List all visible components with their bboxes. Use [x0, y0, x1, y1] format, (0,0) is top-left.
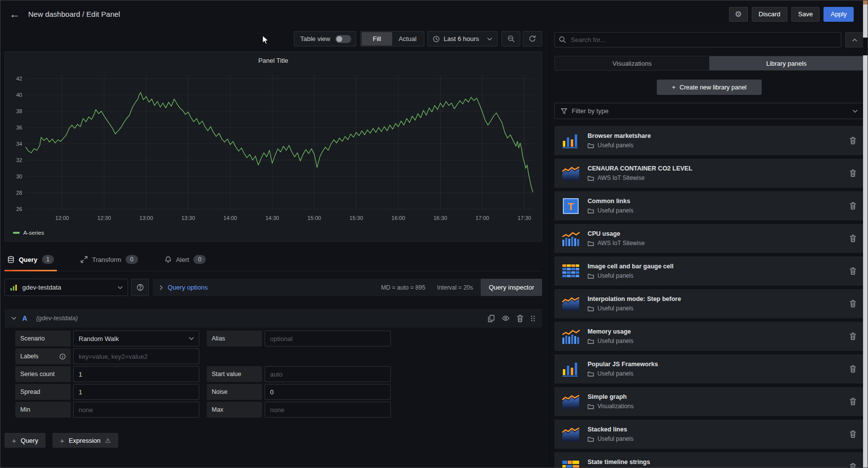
- discard-button[interactable]: Discard: [752, 7, 787, 22]
- table-view-control: Table view: [294, 31, 356, 46]
- datasource-help-button[interactable]: [131, 279, 149, 296]
- drag-query-handle[interactable]: [531, 315, 535, 322]
- library-panel-name: Image cell and bar gauge cell: [588, 263, 674, 270]
- grafana-edit-panel: ← New dashboard / Edit Panel ⚙ Discard S…: [0, 0, 868, 468]
- spread-label: Spread: [15, 384, 71, 400]
- search-input[interactable]: [554, 32, 841, 47]
- database-icon: [7, 256, 14, 263]
- library-panel-item[interactable]: Image cell and bar gauge cell Useful pan…: [554, 256, 864, 286]
- scenario-select[interactable]: Random Walk: [73, 331, 199, 346]
- eye-icon: [502, 315, 509, 321]
- spread-input[interactable]: [73, 384, 199, 400]
- library-panel-item[interactable]: Simple graph Visualizations: [554, 387, 864, 416]
- series-count-input[interactable]: [73, 366, 199, 382]
- noise-input[interactable]: [265, 384, 391, 400]
- query-row-header[interactable]: A (gdev-testdata): [4, 309, 542, 328]
- zoom-out-icon: [507, 35, 515, 43]
- tab-library-panels[interactable]: Library panels: [709, 56, 864, 70]
- library-panel-item[interactable]: Stacked lines Useful panels: [554, 420, 864, 449]
- window-scrollbar[interactable]: [863, 0, 868, 468]
- delete-library-panel-button[interactable]: [850, 267, 856, 275]
- trash-icon: [850, 170, 856, 177]
- trash-icon: [850, 398, 856, 405]
- library-panel-folder: Useful panels: [597, 272, 634, 279]
- delete-query-button[interactable]: [517, 315, 523, 322]
- library-panel-item[interactable]: T Common links Useful panels: [554, 191, 864, 220]
- delete-library-panel-button[interactable]: [850, 202, 856, 210]
- delete-library-panel-button[interactable]: [850, 137, 856, 144]
- library-panel-item[interactable]: Browser marketshare Useful panels: [554, 126, 864, 155]
- svg-text:13:00: 13:00: [139, 215, 153, 221]
- library-panel-item[interactable]: Memory usage Useful panels: [554, 322, 864, 351]
- svg-text:38: 38: [16, 108, 22, 114]
- tab-alert[interactable]: Alert 0: [162, 250, 209, 271]
- apply-button[interactable]: Apply: [823, 7, 854, 22]
- table-view-toggle[interactable]: [335, 35, 351, 43]
- zoom-out-button[interactable]: [502, 31, 520, 46]
- folder-icon: [588, 371, 594, 377]
- transform-count-badge: 0: [126, 255, 138, 264]
- search-icon: [559, 36, 566, 43]
- svg-text:15:00: 15:00: [308, 215, 321, 221]
- filter-by-type-select[interactable]: Filter by type: [554, 103, 864, 119]
- query-options-toggle[interactable]: Query options: [168, 284, 208, 291]
- add-expression-button[interactable]: + Expression ⚠: [52, 433, 118, 448]
- create-library-panel-button[interactable]: + Create new library panel: [657, 80, 762, 95]
- panel-settings-button[interactable]: ⚙: [729, 7, 748, 22]
- delete-library-panel-button[interactable]: [850, 463, 856, 468]
- tab-query[interactable]: Query 1: [4, 250, 57, 271]
- library-panel-item[interactable]: CPU usage AWS IoT Sitewise: [554, 224, 864, 253]
- folder-icon: [588, 241, 594, 246]
- refresh-icon: [529, 35, 536, 43]
- datasource-picker[interactable]: gdev-testdata: [4, 279, 128, 296]
- min-input[interactable]: [73, 402, 199, 418]
- max-input[interactable]: [265, 402, 391, 418]
- folder-icon: [588, 273, 594, 279]
- chevron-down-icon: [118, 286, 123, 289]
- top-header: ← New dashboard / Edit Panel ⚙ Discard S…: [0, 0, 868, 28]
- tab-transform[interactable]: Transform 0: [78, 250, 140, 271]
- delete-library-panel-button[interactable]: [850, 398, 856, 405]
- labels-input[interactable]: [73, 348, 199, 364]
- library-panel-name: Interpolation mode: Step before: [588, 296, 681, 302]
- toggle-query-visibility-button[interactable]: [502, 315, 509, 321]
- start-value-input[interactable]: [265, 366, 391, 382]
- delete-library-panel-button[interactable]: [850, 365, 856, 373]
- fill-button[interactable]: Fill: [362, 32, 392, 45]
- library-panel-item[interactable]: Popular JS Frameworks Useful panels: [554, 354, 864, 383]
- chevron-down-icon: [487, 38, 492, 41]
- library-panel-item[interactable]: CENAURA CONTAINER CO2 LEVEL AWS IoT Site…: [554, 159, 864, 188]
- warning-icon: ⚠: [105, 437, 111, 444]
- library-panel-item[interactable]: State timeline strings Useful panels: [554, 452, 864, 468]
- delete-library-panel-button[interactable]: [850, 430, 856, 438]
- save-button[interactable]: Save: [791, 7, 820, 22]
- library-panel-folder: Useful panels: [597, 207, 634, 214]
- duplicate-query-button[interactable]: [488, 315, 495, 322]
- timeseries-chart[interactable]: 26283032343638404212:0012:3013:0013:3014…: [10, 70, 538, 227]
- delete-library-panel-button[interactable]: [850, 170, 856, 177]
- scrollbar-thumb[interactable]: [863, 38, 868, 55]
- chevron-right-icon: [160, 285, 163, 290]
- alias-input[interactable]: [265, 331, 391, 346]
- tab-visualizations[interactable]: Visualizations: [555, 56, 709, 70]
- collapse-sidebar-button[interactable]: [845, 32, 864, 47]
- folder-icon: [588, 339, 594, 344]
- query-inspector-button[interactable]: Query inspector: [481, 279, 542, 296]
- actual-button[interactable]: Actual: [392, 32, 423, 45]
- trash-icon: [850, 267, 856, 275]
- refresh-button[interactable]: [523, 31, 542, 46]
- chevron-up-icon: [852, 39, 857, 42]
- time-range-picker[interactable]: Last 6 hours: [427, 31, 498, 46]
- legend-item-a-series[interactable]: A-series: [13, 230, 44, 236]
- min-label: Min: [15, 402, 71, 418]
- delete-library-panel-button[interactable]: [850, 235, 856, 242]
- svg-text:14:00: 14:00: [224, 215, 237, 221]
- back-arrow-icon[interactable]: ←: [9, 9, 20, 20]
- library-panel-folder: Visualizations: [597, 403, 634, 410]
- delete-library-panel-button[interactable]: [850, 300, 856, 307]
- delete-library-panel-button[interactable]: [850, 333, 856, 340]
- add-query-button[interactable]: + Query: [4, 433, 46, 448]
- library-panels-list: Browser marketshare Useful panels CENAUR…: [554, 126, 864, 468]
- library-panel-item[interactable]: Interpolation mode: Step before Useful p…: [554, 289, 864, 318]
- clock-icon: [433, 36, 440, 43]
